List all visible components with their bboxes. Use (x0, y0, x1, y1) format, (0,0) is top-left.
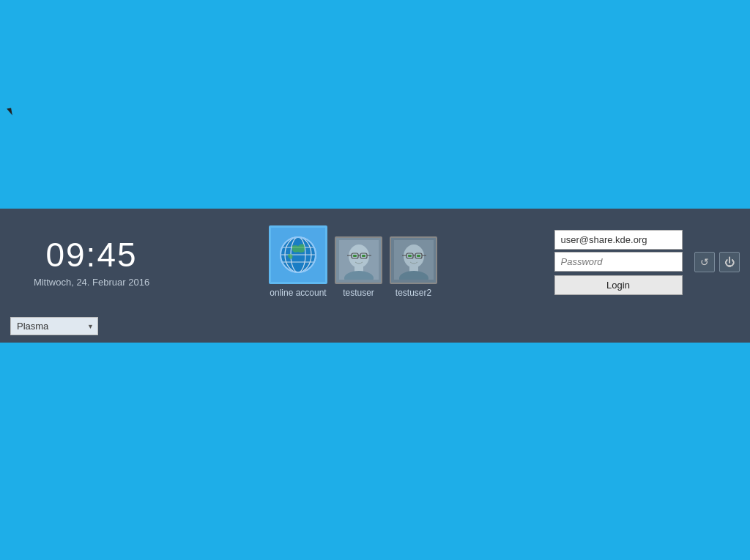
user-label-testuser: testuser (343, 288, 374, 298)
user-avatar-testuser2 (390, 236, 437, 284)
desktop-bottom (0, 343, 750, 560)
login-bar: 09:45 Mittwoch, 24. Februar 2016 (0, 209, 750, 311)
password-input[interactable] (554, 252, 683, 272)
clock-date: Mittwoch, 24. Februar 2016 (34, 277, 149, 288)
session-select-wrapper: Plasma KDE GNOME Openbox (10, 317, 98, 335)
login-form-section: Login (545, 230, 691, 295)
desktop-top (0, 0, 750, 209)
svg-rect-11 (353, 255, 357, 257)
reboot-icon: ↺ (700, 256, 709, 268)
clock-time: 09:45 (45, 236, 137, 274)
shutdown-icon: ⏻ (724, 256, 735, 268)
user-item-testuser[interactable]: testuser (335, 236, 382, 298)
svg-rect-12 (362, 255, 365, 257)
users-section: online account (161, 225, 545, 299)
username-input[interactable] (554, 230, 683, 250)
reboot-button[interactable]: ↺ (694, 252, 715, 272)
user-label-online-account: online account (270, 288, 326, 298)
user-avatar-testuser (335, 236, 382, 284)
session-select[interactable]: Plasma KDE GNOME Openbox (10, 317, 98, 335)
bar-bottom-row: Plasma KDE GNOME Openbox (0, 311, 750, 343)
user-avatar-online-account (269, 225, 327, 284)
shutdown-button[interactable]: ⏻ (719, 252, 740, 272)
svg-rect-22 (408, 255, 412, 257)
right-controls: ↺ ⏻ (691, 252, 750, 272)
mouse-cursor (7, 108, 12, 116)
user-item-online-account[interactable]: online account (269, 225, 327, 298)
login-button[interactable]: Login (554, 275, 683, 295)
user-label-testuser2: testuser2 (396, 288, 431, 298)
user-item-testuser2[interactable]: testuser2 (390, 236, 437, 298)
clock-section: 09:45 Mittwoch, 24. Februar 2016 (0, 236, 161, 288)
svg-rect-23 (417, 255, 420, 257)
